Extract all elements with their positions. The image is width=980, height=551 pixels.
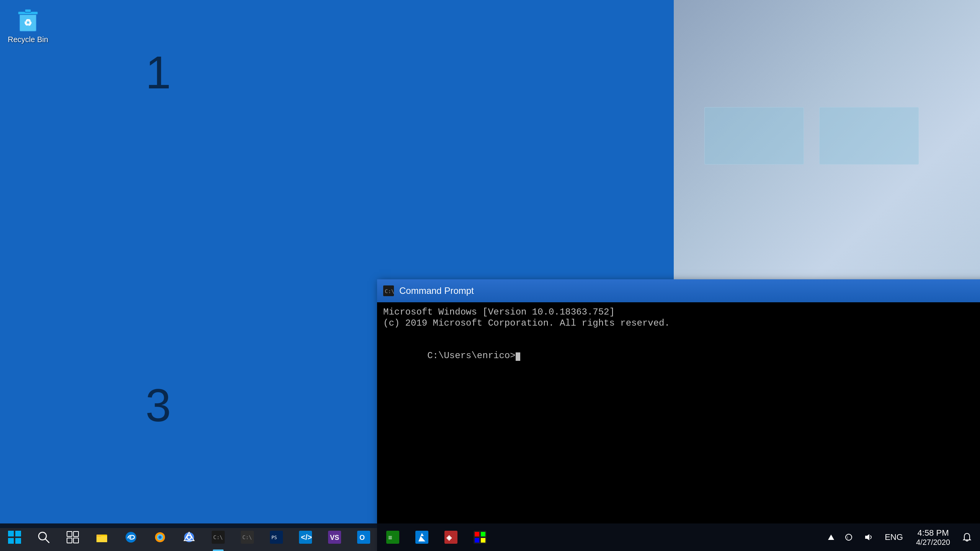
svg-text:C:\: C:\ bbox=[385, 288, 394, 294]
taskbar-cmd2[interactable]: C:\ bbox=[233, 523, 262, 551]
svg-text:PS: PS bbox=[271, 535, 277, 540]
taskbar-azure[interactable] bbox=[407, 523, 436, 551]
svg-text:VS: VS bbox=[330, 534, 339, 541]
taskbar-firefox[interactable] bbox=[145, 523, 175, 551]
task-view-button[interactable] bbox=[58, 523, 87, 551]
svg-text:</>: </> bbox=[301, 533, 312, 541]
language-indicator[interactable]: ENG bbox=[879, 523, 909, 551]
taskbar-chrome[interactable] bbox=[175, 523, 204, 551]
tray-icon-1[interactable]: i bbox=[839, 523, 859, 551]
cmd-minimize-button[interactable]: – bbox=[977, 279, 980, 302]
svg-rect-17 bbox=[96, 536, 107, 542]
svg-marker-49 bbox=[828, 535, 834, 540]
tray-expand-button[interactable] bbox=[823, 523, 839, 551]
clock-date: 4/27/2020 bbox=[916, 538, 950, 547]
svg-text:♻: ♻ bbox=[24, 18, 32, 28]
cmd-line-2: (c) 2019 Microsoft Corporation. All righ… bbox=[383, 318, 980, 328]
taskbar-edge[interactable] bbox=[116, 523, 145, 551]
taskbar-cmd[interactable]: C:\ bbox=[204, 523, 233, 551]
clock[interactable]: 4:58 PM 4/27/2020 bbox=[909, 523, 957, 551]
cmd-content[interactable]: Microsoft Windows [Version 10.0.18363.75… bbox=[377, 302, 980, 551]
notification-button[interactable] bbox=[957, 523, 977, 551]
taskbar-vscode[interactable]: </> bbox=[291, 523, 320, 551]
recycle-bin-icon[interactable]: ♻ Recycle Bin bbox=[5, 5, 51, 44]
svg-rect-14 bbox=[67, 538, 72, 543]
taskbar: C:\ C:\ PS </> bbox=[0, 523, 980, 551]
taskbar-app10[interactable]: ≡ bbox=[378, 523, 407, 551]
svg-rect-6 bbox=[8, 531, 14, 536]
taskbar-app12[interactable]: ◈ bbox=[436, 523, 466, 551]
volume-icon[interactable] bbox=[859, 523, 879, 551]
svg-point-25 bbox=[188, 536, 191, 539]
taskbar-outlook[interactable]: O bbox=[349, 523, 378, 551]
svg-rect-46 bbox=[481, 532, 485, 536]
system-tray: i ENG 4:58 PM 4/27/2020 bbox=[823, 523, 980, 551]
svg-rect-13 bbox=[74, 531, 78, 536]
vd-tile-1 bbox=[704, 107, 804, 165]
cmd-window-controls: – □ ✕ bbox=[977, 279, 980, 302]
svg-rect-12 bbox=[67, 531, 72, 536]
cmd-window-icon: C:\ bbox=[383, 285, 394, 296]
recycle-bin-label: Recycle Bin bbox=[8, 35, 48, 44]
desktop: 1 3 ♻ Recycle Bin bbox=[0, 0, 980, 551]
svg-point-50 bbox=[846, 534, 852, 540]
taskbar-file-explorer[interactable] bbox=[87, 523, 116, 551]
taskbar-app13[interactable] bbox=[466, 523, 495, 551]
cmd-cursor bbox=[516, 352, 520, 361]
svg-marker-52 bbox=[865, 534, 869, 540]
cmd-window-title: Command Prompt bbox=[399, 285, 977, 296]
svg-line-11 bbox=[45, 539, 49, 543]
svg-rect-15 bbox=[74, 538, 78, 543]
svg-text:≡: ≡ bbox=[388, 534, 392, 541]
svg-rect-7 bbox=[15, 531, 21, 536]
svg-rect-40 bbox=[415, 531, 428, 544]
cmd-titlebar[interactable]: C:\ Command Prompt – □ ✕ bbox=[377, 279, 980, 302]
taskbar-vs[interactable]: VS bbox=[320, 523, 349, 551]
svg-text:i: i bbox=[847, 535, 848, 540]
cmd-window: C:\ Command Prompt – □ ✕ Microsoft Windo… bbox=[377, 279, 980, 551]
svg-rect-47 bbox=[475, 538, 479, 543]
svg-text:C:\: C:\ bbox=[213, 534, 223, 540]
desktop-number-1: 1 bbox=[145, 46, 171, 99]
cmd-line-3 bbox=[383, 329, 980, 339]
cmd-line-1: Microsoft Windows [Version 10.0.18363.75… bbox=[383, 307, 980, 317]
svg-text:◈: ◈ bbox=[446, 534, 452, 541]
cmd-prompt-line: C:\Users\enrico> bbox=[383, 340, 980, 371]
search-button[interactable] bbox=[29, 523, 58, 551]
desktop-number-3: 3 bbox=[145, 379, 171, 432]
svg-rect-2 bbox=[25, 9, 31, 12]
clock-time: 4:58 PM bbox=[918, 528, 949, 538]
vd-tile-2 bbox=[819, 107, 919, 165]
svg-rect-9 bbox=[15, 538, 21, 544]
taskbar-powershell[interactable]: PS bbox=[262, 523, 291, 551]
svg-rect-18 bbox=[96, 535, 101, 537]
svg-rect-8 bbox=[8, 538, 14, 544]
svg-rect-45 bbox=[475, 532, 479, 536]
svg-point-22 bbox=[158, 536, 162, 539]
svg-rect-48 bbox=[481, 538, 485, 543]
svg-text:O: O bbox=[359, 534, 365, 541]
svg-text:C:\: C:\ bbox=[242, 534, 252, 540]
start-button[interactable] bbox=[0, 523, 29, 551]
recycle-bin-image: ♻ bbox=[14, 5, 42, 33]
